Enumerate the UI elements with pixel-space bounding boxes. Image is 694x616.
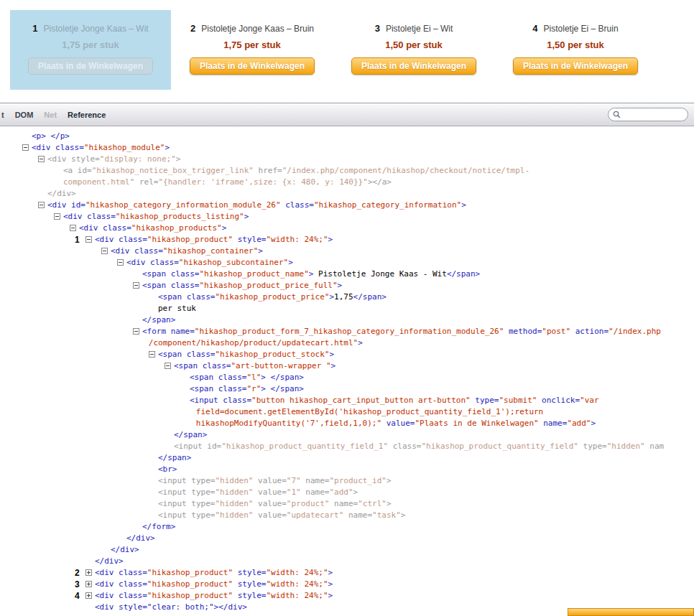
- code-line[interactable]: <input type="hidden" value="updatecart" …: [0, 510, 694, 521]
- code-token: "product_id": [329, 476, 386, 485]
- code-token: >: [328, 235, 333, 244]
- code-line[interactable]: <input type="hidden" value="product" nam…: [0, 498, 694, 510]
- collapse-icon[interactable]: [38, 156, 45, 162]
- code-token: "width: 24%;": [266, 579, 328, 589]
- product-name: Pistoletje Ei – Bruin: [544, 24, 619, 34]
- code-line[interactable]: 1<div class="hikashop_product" style="wi…: [0, 234, 694, 246]
- collapse-icon[interactable]: [165, 363, 171, 369]
- code-line[interactable]: </form>: [0, 521, 694, 533]
- code-line[interactable]: <span class="hikashop_product_price">1,7…: [0, 291, 694, 303]
- product-price: 1,50 per stuk: [333, 39, 494, 50]
- expand-icon[interactable]: [85, 592, 92, 599]
- collapse-icon[interactable]: [133, 328, 139, 335]
- code-line[interactable]: per stuk: [0, 303, 694, 314]
- code-line[interactable]: <a id="hikashop_notice_box_trigger_link"…: [0, 165, 694, 177]
- collapse-icon[interactable]: [38, 202, 45, 208]
- code-token: >: [244, 212, 249, 221]
- code-line[interactable]: <br>: [0, 464, 694, 475]
- code-token: method=: [504, 327, 542, 336]
- code-line[interactable]: <span class="hikashop_product_name"> Pis…: [0, 269, 694, 280]
- collapse-icon[interactable]: [133, 282, 139, 289]
- code-token: "task": [372, 510, 401, 520]
- code-token: "Plaats in de Winkelwagen": [415, 419, 538, 428]
- code-line[interactable]: <div class="hikashop_subcontainer">: [0, 257, 694, 269]
- code-line[interactable]: <span class="l"> </span>: [0, 372, 694, 383]
- code-line[interactable]: </span>: [0, 314, 694, 326]
- code-token: </span>: [158, 453, 191, 462]
- code-token: <span class=: [190, 373, 246, 382]
- code-line[interactable]: <span class="hikashop_product_stock">: [0, 349, 694, 360]
- code-token: >: [358, 338, 363, 347]
- code-line[interactable]: 2<div class="hikashop_product" style="wi…: [0, 567, 694, 579]
- code-token: "width: 24%;": [266, 591, 328, 600]
- code-token: action=: [570, 327, 609, 336]
- code-line[interactable]: <div class="hikashop_module">: [0, 142, 694, 154]
- collapse-icon[interactable]: [101, 248, 108, 254]
- code-token: <div class=: [95, 591, 147, 600]
- code-line[interactable]: <div class="hikashop_products">: [0, 223, 694, 234]
- code-token: 1,75: [334, 292, 353, 302]
- add-to-cart-button[interactable]: Plaats in de Winkelwagen: [513, 57, 638, 75]
- code-line[interactable]: <input type="hidden" value="7" name="pro…: [0, 475, 694, 487]
- product-name: Pistoletje Jonge Kaas – Bruin: [201, 24, 314, 34]
- add-to-cart-button[interactable]: Plaats in de Winkelwagen: [351, 57, 476, 75]
- code-token: >: [328, 579, 333, 589]
- collapse-icon[interactable]: [149, 351, 155, 358]
- code-token: "hikashop_notice_box_trigger_link": [92, 166, 254, 175]
- code-token: "hikashop_subcontainer": [179, 258, 288, 267]
- code-line[interactable]: </span>: [0, 452, 694, 464]
- collapse-icon[interactable]: [117, 259, 124, 266]
- code-token: </div>: [95, 556, 124, 566]
- code-token: "width: 24%;": [266, 235, 328, 244]
- code-line[interactable]: <div class="hikashop_container">: [0, 246, 694, 257]
- code-line[interactable]: <div style="display: none;">: [0, 154, 694, 165]
- code-panel: <p> </p><div class="hikashop_module"><di…: [0, 126, 694, 616]
- code-line[interactable]: <input id="hikashop_product_quantity_fie…: [0, 441, 694, 452]
- expand-icon[interactable]: [85, 581, 92, 587]
- code-line[interactable]: </div>: [0, 533, 694, 544]
- code-line[interactable]: <input type="hidden" value="1" name="add…: [0, 487, 694, 498]
- collapse-icon[interactable]: [70, 225, 76, 231]
- tab-reference[interactable]: Reference: [68, 111, 106, 119]
- code-token: field=document.getElementById('hikashop_…: [196, 407, 543, 416]
- search-input[interactable]: [624, 110, 688, 120]
- collapse-icon[interactable]: [54, 213, 60, 220]
- code-line[interactable]: /component/hikashop/product/updatecart.h…: [0, 337, 694, 349]
- add-to-cart-button[interactable]: Plaats in de Winkelwagen: [190, 57, 315, 75]
- code-line[interactable]: <div class="hikashop_products_listing">: [0, 211, 694, 223]
- tab-net[interactable]: Net: [44, 111, 57, 119]
- code-token: <div class=: [32, 143, 84, 152]
- code-line[interactable]: 3<div class="hikashop_product" style="wi…: [0, 579, 694, 590]
- code-line[interactable]: </span>: [0, 429, 694, 441]
- code-line[interactable]: </div>: [0, 544, 694, 556]
- code-token: >: [331, 361, 336, 370]
- tab-t[interactable]: t: [1, 111, 4, 119]
- code-line[interactable]: </div>: [0, 188, 694, 200]
- code-line[interactable]: <input class="button hikashop_cart_input…: [0, 395, 694, 406]
- collapse-icon[interactable]: [22, 144, 29, 151]
- code-line[interactable]: <span class="r"> </span>: [0, 383, 694, 395]
- code-line[interactable]: <form name="hikashop_product_form_7_hika…: [0, 326, 694, 337]
- expand-icon[interactable]: [85, 569, 92, 576]
- code-token: "updatecart": [287, 510, 343, 520]
- code-line[interactable]: <span class="hikashop_product_price_full…: [0, 280, 694, 291]
- code-line[interactable]: <div id="hikashop_category_information_m…: [0, 200, 694, 211]
- collapse-icon[interactable]: [85, 236, 92, 243]
- code-token: "add": [567, 419, 591, 428]
- code-token: <form name=: [142, 327, 195, 336]
- code-line[interactable]: 4<div class="hikashop_product" style="wi…: [0, 590, 694, 602]
- code-line[interactable]: </div>: [0, 556, 694, 567]
- code-line[interactable]: component.html" rel="{handler: 'iframe',…: [0, 177, 694, 188]
- code-token: >: [387, 499, 392, 508]
- code-line[interactable]: hikashopModifyQuantity('7',field,1,0);" …: [0, 418, 694, 429]
- code-line[interactable]: <span class="art-button-wrapper ">: [0, 360, 694, 372]
- tab-dom[interactable]: DOM: [15, 111, 34, 119]
- code-token: >: [261, 384, 266, 393]
- code-token: <input type=: [158, 499, 215, 508]
- code-line[interactable]: field=document.getElementById('hikashop_…: [0, 406, 694, 418]
- add-to-cart-button[interactable]: Plaats in de Winkelwagen: [28, 57, 153, 75]
- code-line[interactable]: <p> </p>: [0, 131, 694, 142]
- code-token: "7": [287, 476, 301, 485]
- code-token: <input type=: [158, 487, 215, 497]
- search-box[interactable]: [608, 108, 688, 121]
